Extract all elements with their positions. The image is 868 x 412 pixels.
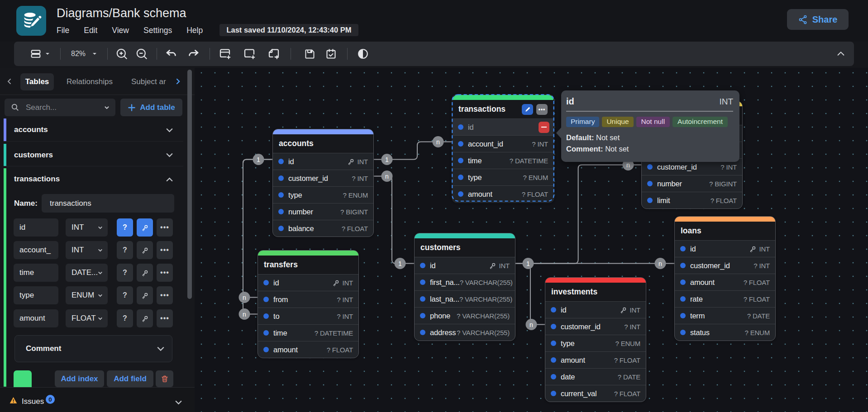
svg-text:n: n: [658, 260, 662, 267]
svg-text:1: 1: [526, 260, 530, 267]
svg-text:n: n: [243, 311, 246, 318]
svg-text:n: n: [529, 321, 533, 328]
svg-text:1: 1: [385, 156, 389, 163]
svg-text:1: 1: [398, 260, 402, 267]
svg-text:n: n: [436, 138, 440, 146]
svg-text:n: n: [243, 294, 246, 301]
svg-text:1: 1: [257, 156, 260, 163]
svg-text:n: n: [385, 173, 389, 180]
svg-text:n: n: [626, 161, 630, 169]
